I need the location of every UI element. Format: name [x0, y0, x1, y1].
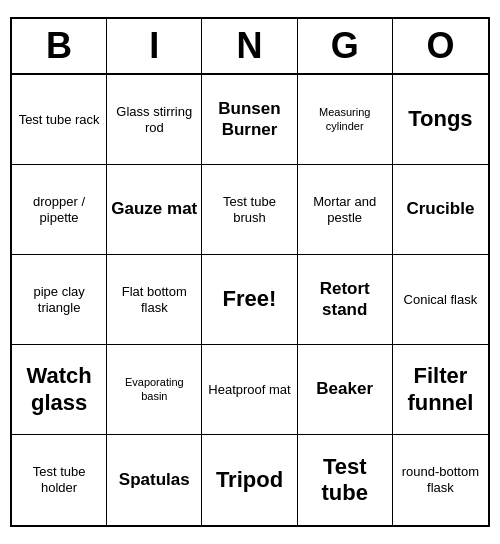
header-letter-o: O	[393, 19, 488, 73]
cell-text-19: Filter funnel	[397, 363, 484, 416]
cell-text-11: Flat bottom flask	[111, 284, 197, 315]
bingo-grid: Test tube rackGlass stirring rodBunsen B…	[12, 75, 488, 525]
cell-text-8: Mortar and pestle	[302, 194, 388, 225]
cell-text-1: Glass stirring rod	[111, 104, 197, 135]
cell-text-14: Conical flask	[404, 292, 478, 308]
header-letter-b: B	[12, 19, 107, 73]
bingo-cell-21: Spatulas	[107, 435, 202, 525]
cell-text-16: Evaporating basin	[111, 376, 197, 402]
cell-text-7: Test tube brush	[206, 194, 292, 225]
cell-text-21: Spatulas	[119, 470, 190, 490]
cell-text-20: Test tube holder	[16, 464, 102, 495]
cell-text-13: Retort stand	[302, 279, 388, 320]
bingo-cell-3: Measuring cylinder	[298, 75, 393, 165]
cell-text-24: round-bottom flask	[397, 464, 484, 495]
bingo-cell-7: Test tube brush	[202, 165, 297, 255]
bingo-cell-9: Crucible	[393, 165, 488, 255]
cell-text-6: Gauze mat	[111, 199, 197, 219]
header-letter-g: G	[298, 19, 393, 73]
cell-text-17: Heatproof mat	[208, 382, 290, 398]
bingo-cell-0: Test tube rack	[12, 75, 107, 165]
bingo-cell-8: Mortar and pestle	[298, 165, 393, 255]
bingo-cell-13: Retort stand	[298, 255, 393, 345]
cell-text-5: dropper / pipette	[16, 194, 102, 225]
bingo-cell-4: Tongs	[393, 75, 488, 165]
header-letter-n: N	[202, 19, 297, 73]
header-letter-i: I	[107, 19, 202, 73]
bingo-cell-15: Watch glass	[12, 345, 107, 435]
bingo-cell-19: Filter funnel	[393, 345, 488, 435]
cell-text-4: Tongs	[408, 106, 472, 132]
bingo-cell-11: Flat bottom flask	[107, 255, 202, 345]
bingo-cell-2: Bunsen Burner	[202, 75, 297, 165]
bingo-cell-5: dropper / pipette	[12, 165, 107, 255]
bingo-cell-1: Glass stirring rod	[107, 75, 202, 165]
bingo-card: BINGO Test tube rackGlass stirring rodBu…	[10, 17, 490, 527]
bingo-cell-10: pipe clay triangle	[12, 255, 107, 345]
bingo-cell-22: Tripod	[202, 435, 297, 525]
bingo-cell-18: Beaker	[298, 345, 393, 435]
bingo-header: BINGO	[12, 19, 488, 75]
cell-text-23: Test tube	[302, 454, 388, 507]
bingo-cell-14: Conical flask	[393, 255, 488, 345]
cell-text-0: Test tube rack	[19, 112, 100, 128]
cell-text-15: Watch glass	[16, 363, 102, 416]
cell-text-10: pipe clay triangle	[16, 284, 102, 315]
bingo-cell-12: Free!	[202, 255, 297, 345]
cell-text-22: Tripod	[216, 467, 283, 493]
bingo-cell-17: Heatproof mat	[202, 345, 297, 435]
bingo-cell-6: Gauze mat	[107, 165, 202, 255]
bingo-cell-24: round-bottom flask	[393, 435, 488, 525]
cell-text-9: Crucible	[406, 199, 474, 219]
cell-text-2: Bunsen Burner	[206, 99, 292, 140]
bingo-cell-16: Evaporating basin	[107, 345, 202, 435]
cell-text-18: Beaker	[316, 379, 373, 399]
bingo-cell-20: Test tube holder	[12, 435, 107, 525]
bingo-cell-23: Test tube	[298, 435, 393, 525]
cell-text-12: Free!	[223, 286, 277, 312]
cell-text-3: Measuring cylinder	[302, 106, 388, 132]
